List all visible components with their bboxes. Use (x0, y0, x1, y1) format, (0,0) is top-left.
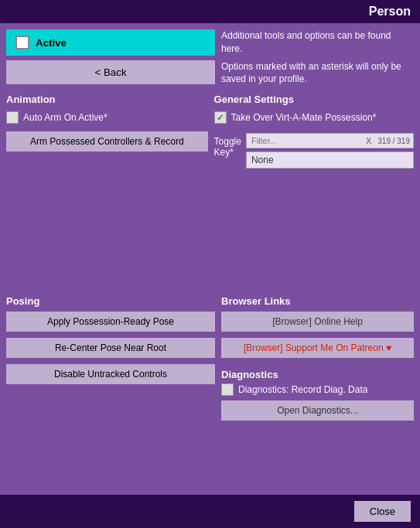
browser-diag-col: Browser Links [Browser] Online Help [Bro… (221, 292, 414, 489)
filter-row: X 319 / 319 (246, 133, 414, 148)
title-bar: Person (0, 0, 420, 23)
main-window: Person Active < Back Additional tools an… (0, 0, 420, 528)
record-diag-checkbox[interactable] (221, 383, 234, 396)
disable-untracked-button[interactable]: Disable Untracked Controls (6, 364, 215, 384)
bottom-bar: Close (0, 495, 420, 528)
take-over-checkbox[interactable]: ✓ (214, 111, 227, 124)
toggle-key-section: ToggleKey* X 319 / 319 None (214, 133, 414, 169)
record-diag-label: Diagnostics: Record Diag. Data (238, 384, 367, 395)
left-top-col: Active < Back (6, 29, 215, 86)
arm-possessed-button[interactable]: Arm Possessed Controllers & Record (6, 131, 208, 152)
auto-arm-row: Auto Arm On Active* (6, 111, 208, 124)
middle-row: Animation Auto Arm On Active* Arm Posses… (6, 90, 414, 287)
active-checkbox[interactable] (15, 36, 29, 49)
active-button[interactable]: Active (6, 29, 215, 56)
auto-arm-label: Auto Arm On Active* (23, 112, 108, 123)
top-row: Active < Back Additional tools and optio… (6, 29, 414, 86)
info-text-1: Additional tools and options can be foun… (221, 29, 414, 56)
window-title: Person (369, 5, 411, 18)
bottom-row: Posing Apply Possession-Ready Pose Re-Ce… (6, 292, 414, 489)
general-settings-col: General Settings ✓ Take Over Virt-A-Mate… (214, 90, 414, 287)
animation-section-label: Animation (6, 94, 208, 105)
posing-section-label: Posing (6, 295, 215, 307)
diagnostics-label: Diagnostics (221, 369, 414, 380)
main-content: Active < Back Additional tools and optio… (0, 23, 420, 495)
take-over-row: ✓ Take Over Virt-A-Mate Possession* (214, 111, 414, 124)
apply-pose-button[interactable]: Apply Possession-Ready Pose (6, 312, 215, 332)
close-button[interactable]: Close (354, 501, 411, 522)
recenter-pose-button[interactable]: Re-Center Pose Near Root (6, 338, 215, 358)
browser-links-label: Browser Links (221, 295, 414, 307)
none-dropdown[interactable]: None (246, 152, 414, 169)
general-settings-label: General Settings (214, 94, 414, 105)
online-help-button[interactable]: [Browser] Online Help (221, 312, 414, 332)
take-over-label: Take Over Virt-A-Mate Possession* (231, 112, 377, 123)
filter-input[interactable] (247, 134, 363, 148)
open-diagnostics-button[interactable]: Open Diagnostics... (221, 400, 414, 421)
patreon-button[interactable]: [Browser] Support Me On Patreon ♥ (221, 338, 414, 358)
active-label: Active (36, 37, 67, 49)
posing-col: Posing Apply Possession-Ready Pose Re-Ce… (6, 292, 215, 489)
info-text-2: Options marked with an asterisk will onl… (221, 60, 414, 87)
animation-col: Animation Auto Arm On Active* Arm Posses… (6, 90, 208, 287)
right-top-col: Additional tools and options can be foun… (221, 29, 414, 86)
toggle-key-label: ToggleKey* (214, 133, 241, 158)
toggle-key-inputs: X 319 / 319 None (246, 133, 414, 169)
diagnostics-section: Diagnostics Diagnostics: Record Diag. Da… (221, 366, 414, 489)
record-diag-row: Diagnostics: Record Diag. Data (221, 383, 414, 396)
auto-arm-checkbox[interactable] (6, 111, 19, 124)
back-button[interactable]: < Back (6, 60, 215, 84)
filter-count: 319 / 319 (374, 135, 413, 147)
filter-clear-button[interactable]: X (363, 135, 374, 147)
